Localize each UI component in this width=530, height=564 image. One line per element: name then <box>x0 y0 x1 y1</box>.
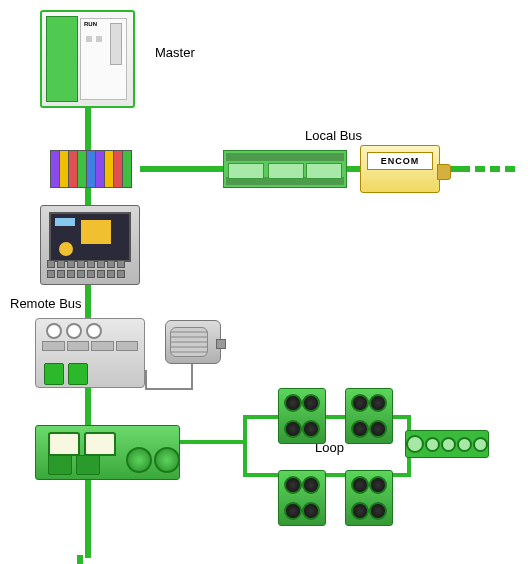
loop-node <box>345 388 393 444</box>
connector-port <box>406 435 424 453</box>
loop-wire <box>243 415 247 475</box>
localbus-coupler <box>223 150 347 188</box>
connector-port <box>457 437 472 452</box>
motor-cable <box>145 370 147 390</box>
loop-wire <box>243 415 278 419</box>
power-supply-box <box>35 425 180 480</box>
loop-wire <box>243 473 278 477</box>
local-bus-dash <box>475 166 520 180</box>
connector-port <box>473 437 488 452</box>
master-label: Master <box>155 45 195 60</box>
motor-cable <box>191 362 193 390</box>
io-module-stack <box>50 150 140 188</box>
loop-wire <box>180 440 245 444</box>
loop-node <box>345 470 393 526</box>
remotebus-label: Remote Bus <box>10 296 82 311</box>
localbus-label: Local Bus <box>305 128 362 143</box>
connector-strip <box>405 430 489 458</box>
master-plc: RUN <box>40 10 135 108</box>
io-terminal-box <box>35 318 145 388</box>
remote-bus-dash <box>69 555 83 564</box>
loop-node <box>278 388 326 444</box>
hmi-panel <box>40 205 140 285</box>
motor <box>165 320 221 364</box>
encom-encoder: ENCOM <box>360 145 440 193</box>
connector-port <box>441 437 456 452</box>
motor-cable <box>145 388 193 390</box>
loop-node <box>278 470 326 526</box>
loop-wire <box>324 415 346 419</box>
connector-port <box>425 437 440 452</box>
encom-brand: ENCOM <box>367 152 433 170</box>
loop-wire <box>324 473 346 477</box>
